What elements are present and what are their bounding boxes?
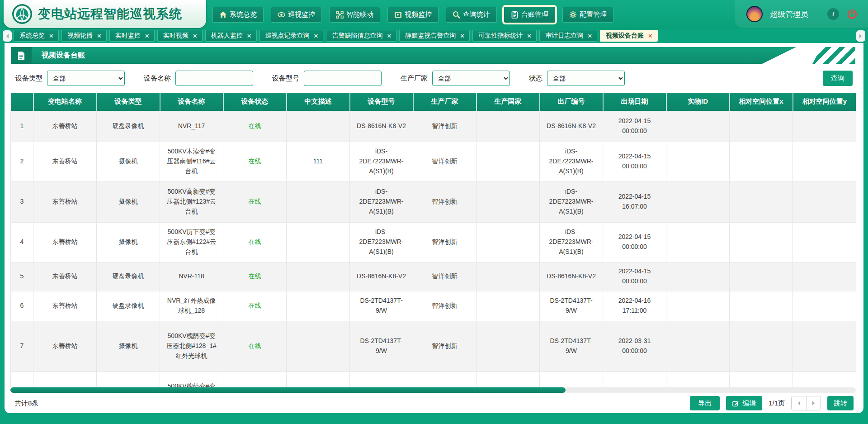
cell-maker: 智洋创新 [413,142,476,181]
tabs-host: 系统总览✕视频轮播✕实时监控✕实时视频✕机器人监控✕巡视点记录查询✕告警缺陷信息… [14,30,658,42]
nav-label: 智能联动 [346,10,373,19]
cell-desc [287,372,350,387]
logout-power-icon[interactable] [846,8,858,20]
cell-y [793,222,856,262]
tab-告警缺陷信息查询[interactable]: 告警缺陷信息查询✕ [326,30,396,42]
tab-视频轮播[interactable]: 视频轮播✕ [61,30,107,42]
table-row[interactable]: 5东善桥站硬盘录像机NVR-118在线DS-8616N-K8-V2智洋创新DS-… [11,262,856,291]
device-name-input[interactable] [175,71,253,86]
cell-no: 8 [11,372,33,387]
cell-y [793,111,856,142]
cell-maker: 智洋创新 [413,321,476,372]
cell-desc [287,222,350,262]
tab-close-icon[interactable]: ✕ [387,33,392,39]
nav-系统总览[interactable]: 系统总览 [212,7,264,23]
cell-serial: DS-2TD4137T-9/W [540,291,603,321]
tab-label: 机器人监控 [211,32,243,40]
cell-serial: DS-8616N-K8-V2 [540,262,603,291]
tab-实时监控[interactable]: 实时监控✕ [109,30,155,42]
table-row[interactable]: 8东善桥站摄像机500KV槐荫变#变压器南侧在线 [11,372,856,387]
table-row[interactable]: 1东善桥站硬盘录像机NVR_117在线DS-8616N-K8-V2智洋创新DS-… [11,111,856,142]
cell-station: 东善桥站 [33,111,97,142]
nav-台账管理[interactable]: 台账管理 [504,7,555,23]
query-button[interactable]: 查询 [823,71,853,86]
device-type-select[interactable]: 全部 [47,71,125,86]
nav-查询统计[interactable]: 查询统计 [446,7,497,23]
cell-status: 在线 [223,291,287,321]
device-name-label: 设备名称 [144,74,171,83]
export-button[interactable]: 导出 [690,396,720,410]
cell-name: NVR_117 [160,111,223,142]
info-icon[interactable]: i [827,8,839,20]
tab-视频设备台账[interactable]: 视频设备台账✕ [600,30,658,42]
device-type-label: 设备类型 [15,74,42,83]
tab-close-icon[interactable]: ✕ [97,33,102,39]
col-header: 出场日期 [603,93,666,111]
nav-巡视监控[interactable]: 巡视监控 [271,7,322,23]
cell-status: 在线 [223,142,287,181]
manufacturer-select[interactable]: 全部 [432,71,510,86]
tab-close-icon[interactable]: ✕ [49,33,54,39]
tab-close-icon[interactable]: ✕ [527,33,532,39]
tab-close-icon[interactable]: ✕ [648,33,653,39]
cell-pid [666,262,730,291]
tab-实时视频[interactable]: 实时视频✕ [157,30,203,42]
table-row[interactable]: 2东善桥站摄像机500KV木渎变#变压器南侧#116#云台机在线111iDS-2… [11,142,856,181]
table-row[interactable]: 3东善桥站摄像机500KV高新变#变压器北侧#123#云台机在线iDS-2DE7… [11,181,856,222]
tab-巡视点记录查询[interactable]: 巡视点记录查询✕ [259,30,324,42]
tabs-scroll-left-icon[interactable] [3,30,12,42]
cell-no: 2 [11,142,33,181]
cell-serial: iDS-2DE7223MWR-A(S1)(B) [540,222,603,262]
table-row[interactable]: 7东善桥站摄像机500KV槐荫变#变压器北侧#128_1#红外光球机在线DS-2… [11,321,856,372]
clipboard-icon [511,11,519,19]
horizontal-scrollbar[interactable] [10,387,856,393]
table-viewport: 变电站名称设备类型设备名称设备状态中文描述设备型号生产厂家生产国家出厂编号出场日… [10,93,856,387]
nav-配置管理[interactable]: 配置管理 [562,7,613,23]
tab-审计日志查询[interactable]: 审计日志查询✕ [539,30,597,42]
cell-desc [287,291,350,321]
cell-status: 在线 [223,181,287,222]
content-frame: 视频设备台账 设备类型 全部 设备名称 设备型号 生产厂家 全部 状态 全部 查… [0,43,868,424]
cell-y [793,321,856,372]
device-table: 变电站名称设备类型设备名称设备状态中文描述设备型号生产厂家生产国家出厂编号出场日… [10,93,856,387]
col-header: 设备型号 [350,93,413,111]
cell-type: 摄像机 [97,372,160,387]
horizontal-scrollbar-thumb[interactable] [10,387,566,393]
tab-静默监视告警查询[interactable]: 静默监视告警查询✕ [399,30,470,42]
diagonal-stripes [812,47,855,64]
tab-close-icon[interactable]: ✕ [247,33,252,39]
tab-close-icon[interactable]: ✕ [587,33,592,39]
tab-close-icon[interactable]: ✕ [314,33,319,39]
table-row[interactable]: 4东善桥站摄像机500KV历下变#变压器东侧#122#云台机在线iDS-2DE7… [11,222,856,262]
prev-page-icon[interactable] [792,396,806,410]
user-avatar[interactable] [746,6,763,22]
nav-视频监控[interactable]: 视频监控 [387,7,439,23]
tab-系统总览[interactable]: 系统总览✕ [14,30,59,42]
tab-label: 审计日志查询 [545,32,583,40]
cell-date: 2022-04-15 16:07:00 [603,181,666,222]
tab-可靠性指标统计[interactable]: 可靠性指标统计✕ [472,30,537,42]
col-header: 设备状态 [223,93,287,111]
tab-close-icon[interactable]: ✕ [460,33,465,39]
table-row[interactable]: 6东善桥站硬盘录像机NVR_红外热成像球机_128在线DS-2TD4137T-9… [11,291,856,321]
nav-智能联动[interactable]: 智能联动 [329,7,380,23]
cell-type: 摄像机 [97,142,160,181]
cell-status: 在线 [223,262,287,291]
tab-close-icon[interactable]: ✕ [145,33,150,39]
jump-button[interactable]: 跳转 [827,396,854,410]
cell-name: 500KV历下变#变压器东侧#122#云台机 [160,222,223,262]
status-select[interactable]: 全部 [547,71,625,86]
tab-机器人监控[interactable]: 机器人监控✕ [205,30,257,42]
tab-label: 实时视频 [163,32,189,40]
edit-button[interactable]: 编辑 [726,396,762,410]
cell-y [793,291,856,321]
col-header [11,93,33,111]
next-page-icon[interactable] [806,396,821,410]
cell-maker: 智洋创新 [413,222,476,262]
tab-close-icon[interactable]: ✕ [193,33,198,39]
nav-label: 配置管理 [580,10,607,19]
tabs-scroll-right-icon[interactable] [856,30,865,42]
tab-label: 静默监视告警查询 [405,32,456,40]
device-model-input[interactable] [304,71,382,86]
cell-model [350,372,413,387]
